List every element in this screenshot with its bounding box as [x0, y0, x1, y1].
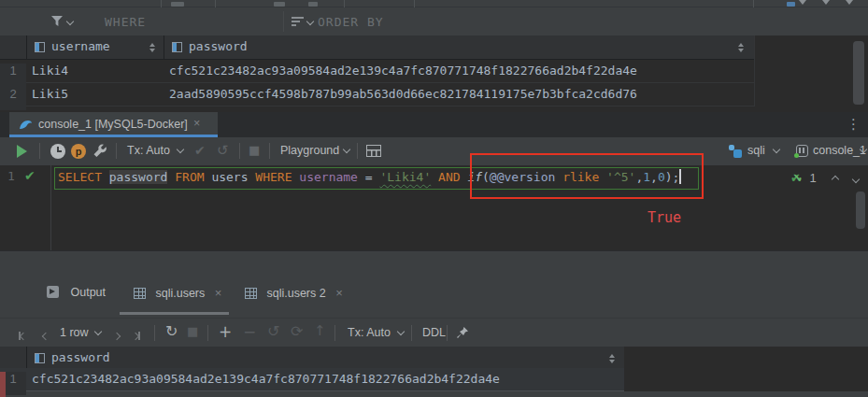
result-grid: username password 1 Liki4 cfc521c23482ac…	[0, 35, 868, 112]
where-filter-input[interactable]: WHERE	[105, 15, 146, 29]
table-row[interactable]: 1 Liki4 cfc521c23482ac93a09584ad2e139c4a…	[0, 60, 754, 83]
kebab-menu-icon[interactable]: ⋮	[847, 116, 861, 133]
pin-icon[interactable]	[456, 326, 469, 339]
commit-check-icon[interactable]: ✔	[194, 143, 206, 158]
result-count-widget: ✔✔ 1	[790, 171, 859, 185]
grid-empty-area	[624, 347, 868, 391]
mysql-dolphin-icon	[19, 119, 33, 131]
column-header-label: password	[51, 350, 110, 364]
chevron-down-icon[interactable]	[94, 328, 102, 335]
stop-icon[interactable]: ■	[249, 143, 260, 157]
reload-icon[interactable]: ⟳	[291, 322, 303, 340]
chevron-down-icon[interactable]	[66, 18, 74, 25]
separator	[239, 143, 240, 159]
separator	[447, 325, 448, 341]
tab-sqli-users-2[interactable]: sqli.users 2 ×	[245, 286, 343, 318]
submit-icon[interactable]: ↑	[314, 322, 326, 339]
filter-funnel-icon[interactable]	[50, 15, 64, 27]
sort-arrows-icon[interactable]	[737, 42, 746, 53]
chevron-down-icon[interactable]	[773, 146, 780, 153]
run-button[interactable]	[17, 145, 27, 158]
separator	[414, 0, 415, 7]
tab-label: Output	[70, 286, 106, 299]
column-header-username[interactable]: username	[26, 35, 164, 60]
close-icon[interactable]: ×	[215, 286, 222, 300]
first-page-button[interactable]	[19, 329, 26, 342]
next-page-button[interactable]	[114, 329, 120, 342]
last-page-button[interactable]	[133, 329, 140, 342]
vertical-scrollbar[interactable]	[856, 191, 865, 229]
divider	[283, 11, 284, 32]
settings-wrench-icon[interactable]	[92, 144, 107, 159]
separator	[334, 325, 335, 341]
chevron-down-icon[interactable]	[306, 18, 314, 25]
cell-password[interactable]: cfc521c23482ac93a09584ad2e139c4a7fc87077…	[32, 372, 620, 386]
rollback-icon[interactable]: ↺	[217, 142, 229, 159]
delete-row-icon[interactable]: −	[243, 322, 256, 341]
ddl-button[interactable]: DDL	[422, 326, 446, 339]
playground-select[interactable]: Playground	[280, 144, 339, 157]
session-select[interactable]: console_1	[813, 144, 866, 157]
in-editor-results-icon[interactable]	[366, 145, 381, 157]
chevron-down-icon[interactable]	[177, 146, 184, 153]
stop-icon[interactable]: ■	[187, 324, 198, 338]
profiler-icon[interactable]: p	[71, 144, 86, 159]
annotation-true-label: True	[647, 209, 681, 226]
chevron-down-icon[interactable]	[343, 146, 350, 153]
separator	[39, 143, 40, 159]
chevron-up-icon[interactable]	[832, 176, 839, 183]
tx-mode-select[interactable]: Tx: Auto	[127, 144, 170, 157]
result-grid-bottom: password 1 cfc521c23482ac93a09584ad2e139…	[0, 347, 868, 397]
tab-console-1[interactable]: console_1 [MySQL5-Docker] ×	[9, 112, 218, 137]
tx-mode-select[interactable]: Tx: Auto	[348, 326, 391, 339]
chevron-down-icon	[822, 0, 830, 5]
revert-icon[interactable]: ↺	[267, 322, 279, 340]
separator	[753, 0, 754, 7]
cell-username[interactable]: Liki4	[32, 64, 161, 78]
sort-arrows-icon[interactable]	[149, 42, 157, 53]
table-row[interactable]: 1 cfc521c23482ac93a09584ad2e139c4a7fc870…	[0, 368, 624, 391]
grid-corner[interactable]	[0, 35, 26, 60]
separator	[116, 143, 117, 159]
vertical-scrollbar[interactable]	[853, 41, 864, 105]
cell-password[interactable]: cfc521c23482ac93a09584ad2e139c4a7fc87077…	[169, 64, 752, 78]
refresh-icon[interactable]: ↻	[165, 322, 178, 340]
prev-page-button[interactable]	[43, 329, 49, 342]
sort-arrows-icon[interactable]	[608, 353, 617, 364]
add-row-icon[interactable]: +	[219, 322, 232, 341]
gutter-divider	[50, 165, 51, 250]
close-icon[interactable]: ×	[193, 117, 200, 130]
tab-label: sqli.users 2	[266, 287, 325, 300]
sql-editor[interactable]: 1 ✔ SELECT password FROM users WHERE use…	[0, 165, 868, 250]
table-row[interactable]: 2 Liki5 2aad5890595ccf4598b787b99ab563d0…	[0, 83, 754, 106]
error-stripe	[0, 372, 6, 397]
table-grid-icon	[134, 288, 146, 299]
tab-output[interactable]: Output	[47, 286, 106, 318]
chevron-down-icon[interactable]	[397, 328, 405, 335]
result-count: 1	[809, 171, 816, 185]
executed-check-icon[interactable]: ✔	[24, 168, 36, 183]
cutoff-toolbar	[0, 0, 868, 7]
order-by-filter-input[interactable]: ORDER BY	[318, 15, 384, 29]
partial-icon	[274, 2, 285, 7]
page-size-select[interactable]: 1 row	[60, 326, 89, 339]
separator	[344, 0, 345, 7]
column-header-password[interactable]: password	[164, 35, 754, 60]
separator	[207, 325, 208, 341]
tab-title: console_1 [MySQL5-Docker]	[38, 118, 188, 131]
chevron-down-icon[interactable]	[852, 176, 860, 183]
cell-username[interactable]: Liki5	[32, 87, 161, 101]
chevron-down-icon	[846, 0, 853, 5]
history-icon[interactable]	[50, 144, 65, 159]
separator	[161, 0, 162, 7]
row-number: 2	[0, 87, 26, 110]
order-by-icon[interactable]	[292, 17, 304, 28]
grid-toolbar: 1 row ↻ ■ + − ↺ ⟳ ↑ Tx: Auto DDL	[0, 318, 868, 347]
close-icon[interactable]: ×	[335, 286, 343, 300]
success-checks-icon: ✔✔	[790, 171, 803, 185]
cell-password[interactable]: 2aad5890595ccf4598b787b99ab563d0d66ec821…	[169, 87, 752, 101]
column-header-label: username	[51, 39, 110, 53]
line-number: 1	[7, 169, 15, 183]
schema-select[interactable]: sqli	[747, 144, 765, 157]
editor-tab-strip: console_1 [MySQL5-Docker] × ⋮	[0, 112, 868, 137]
